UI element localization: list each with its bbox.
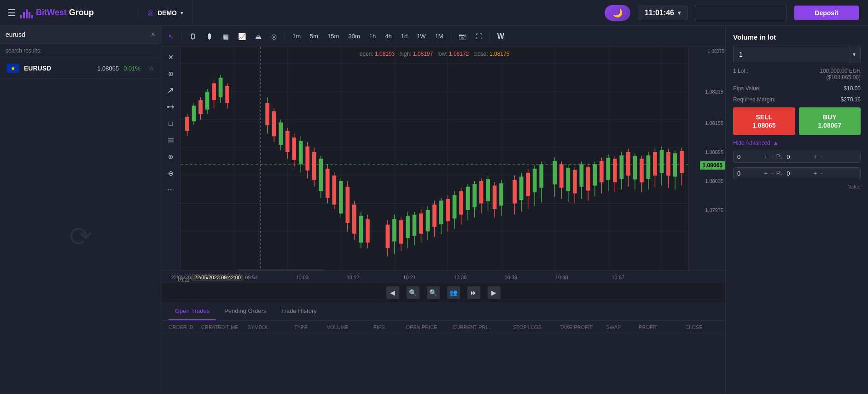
adv-input-1-left[interactable] (737, 153, 760, 160)
adv-btn-2-plus[interactable]: + (762, 170, 769, 177)
chart-nav-left[interactable]: ◀ (386, 286, 399, 299)
adv-btn-1-plus[interactable]: + (762, 153, 769, 160)
chart-nav-sync[interactable]: 👥 (447, 286, 460, 299)
adv-sep-2-right: - (821, 170, 823, 177)
tab-open-trades[interactable]: Open Trades (169, 302, 216, 320)
svg-rect-111 (493, 186, 497, 209)
chart-canvas[interactable]: open: 1.08193 high: 1.08197 low: 1.08172… (181, 47, 688, 271)
tab-pending-orders[interactable]: Pending Orders (218, 302, 273, 320)
svg-rect-3 (208, 34, 211, 39)
svg-rect-101 (459, 191, 463, 215)
draw-tool-zoom-in[interactable]: ⊕ (163, 149, 178, 164)
svg-rect-43 (219, 78, 223, 97)
svg-rect-105 (472, 184, 477, 207)
tool-widget[interactable]: W (494, 29, 508, 43)
hide-advanced-toggle[interactable]: Hide Advanced ▲ (733, 140, 861, 146)
timeframe-15m[interactable]: 15m (324, 29, 343, 43)
left-sidebar: × search results: ★ EURUSD 1.08065 0.01%… (0, 26, 161, 394)
time-label-0954: 09:54 (245, 275, 258, 280)
timeframe-1h[interactable]: 1h (366, 29, 379, 43)
tool-cursor[interactable]: ↖ (164, 29, 178, 43)
adv-input-2-right[interactable] (786, 170, 810, 177)
header-demo-area[interactable]: ◎ DEMO ▾ (138, 0, 193, 25)
timeframe-1m[interactable]: 1m (289, 29, 304, 43)
draw-tool-trend[interactable]: ↗ (163, 83, 178, 98)
tool-area-chart[interactable]: ⛰ (251, 29, 265, 43)
adv-p-label-2: P... (775, 170, 785, 176)
adv-sep-2: - (771, 170, 774, 177)
chart-nav-forward[interactable]: ⏭ (467, 286, 480, 299)
tool-candle-1[interactable] (186, 29, 200, 43)
timeframe-5m[interactable]: 5m (306, 29, 322, 43)
tab-trade-history[interactable]: Trade History (274, 302, 323, 320)
svg-rect-0 (192, 34, 194, 39)
tool-heikin[interactable]: ◎ (267, 29, 281, 43)
header-right: 🌙 11:01:46 ▾ Deposit (595, 5, 868, 21)
svg-rect-83 (399, 220, 403, 244)
theme-toggle-button[interactable]: 🌙 (605, 5, 630, 21)
chart-nav-controls: ◀ 🔍 🔍 👥 ⏭ ▶ (161, 283, 725, 302)
draw-tool-zoom[interactable]: ⊕ (163, 66, 178, 81)
timeframe-4h[interactable]: 4h (381, 29, 395, 43)
svg-rect-141 (606, 158, 610, 180)
draw-tool-shapes[interactable] (163, 100, 178, 114)
chart-nav-reset[interactable]: 🔍 (427, 286, 440, 299)
svg-rect-115 (513, 180, 517, 204)
time-label-1003: 10:03 (296, 275, 309, 280)
time-label-1012: 10:12 (347, 275, 360, 280)
svg-rect-67 (332, 176, 336, 205)
moon-icon: 🌙 (612, 8, 623, 18)
search-clear-icon[interactable]: × (151, 30, 155, 39)
svg-rect-49 (272, 111, 276, 136)
tool-bar-chart[interactable]: ▦ (219, 29, 233, 43)
timeframe-30m[interactable]: 30m (344, 29, 363, 43)
tool-candle-2[interactable] (202, 29, 217, 43)
adv-input-1-right[interactable] (786, 153, 810, 160)
symbol-star-eurusd[interactable]: ☆ (149, 65, 154, 72)
time-label-1057: 10:57 (612, 275, 624, 280)
trade-buttons: SELL 1.08065 BUY 1.08067 (733, 107, 861, 135)
draw-tool-cross[interactable]: ✕ (163, 50, 178, 65)
svg-rect-113 (499, 183, 503, 206)
toolbar-sep-2 (285, 31, 285, 42)
menu-icon[interactable]: ☰ (7, 7, 16, 18)
symbol-price-eurusd: 1.08065 (97, 65, 119, 72)
adv-btn-2-right-plus[interactable]: + (811, 170, 819, 177)
tool-fullscreen[interactable]: ⛶ (472, 29, 486, 43)
svg-rect-151 (640, 159, 644, 182)
chart-nav-zoom-out[interactable]: 🔍 (407, 286, 419, 299)
svg-rect-131 (573, 170, 577, 194)
adv-input-2-left[interactable] (737, 170, 760, 177)
chart-nav-right[interactable]: ▶ (488, 286, 501, 299)
header: ☰ BitWest Group ◎ DEMO ▾ 🌙 11:01:46 ▾ (0, 0, 868, 26)
lot-dropdown-button[interactable]: ▾ (848, 46, 860, 63)
timeframe-1w[interactable]: 1W (413, 29, 430, 43)
search-input[interactable] (6, 31, 147, 38)
timeframe-1d[interactable]: 1d (397, 29, 411, 43)
table-header: ORDER ID CREATED TIME SYMBOL TYPE VOLUME… (161, 321, 725, 334)
buy-button[interactable]: BUY 1.08067 (799, 107, 861, 135)
right-sidebar: Volume in lot 1 ▾ 1 Lot : 100,000.00 EUR… (725, 26, 868, 394)
draw-tool-fib[interactable] (163, 133, 178, 147)
draw-tool-rect[interactable]: □ (163, 116, 178, 131)
svg-rect-99 (453, 195, 457, 218)
header-left: ☰ BitWest Group (0, 7, 138, 18)
time-label-0922: 09:22 (178, 277, 189, 282)
svg-point-9 (167, 106, 169, 108)
clock-display: 11:01:46 (645, 9, 674, 17)
timeframe-1mo[interactable]: 1M (431, 29, 447, 43)
symbol-row-eurusd[interactable]: ★ EURUSD 1.08065 0.01% ☆ (0, 58, 161, 79)
deposit-button[interactable]: Deposit (794, 6, 859, 20)
tool-line-chart[interactable]: 📈 (234, 29, 250, 43)
draw-tool-zoom-out[interactable]: ⊖ (163, 166, 178, 181)
svg-rect-61 (312, 152, 316, 180)
current-price-label: 1.08065 (700, 161, 725, 170)
clock-box[interactable]: 11:01:46 ▾ (638, 6, 687, 20)
draw-tool-more[interactable]: ⋯ (163, 182, 178, 197)
adv-btn-1-right-plus[interactable]: + (811, 153, 819, 160)
svg-rect-139 (600, 161, 604, 182)
main-area: × search results: ★ EURUSD 1.08065 0.01%… (0, 26, 868, 394)
tool-screenshot[interactable]: 📷 (455, 29, 470, 43)
sell-button[interactable]: SELL 1.08065 (733, 107, 795, 135)
lot-info-eur: 100,000.00 EUR (820, 68, 861, 74)
